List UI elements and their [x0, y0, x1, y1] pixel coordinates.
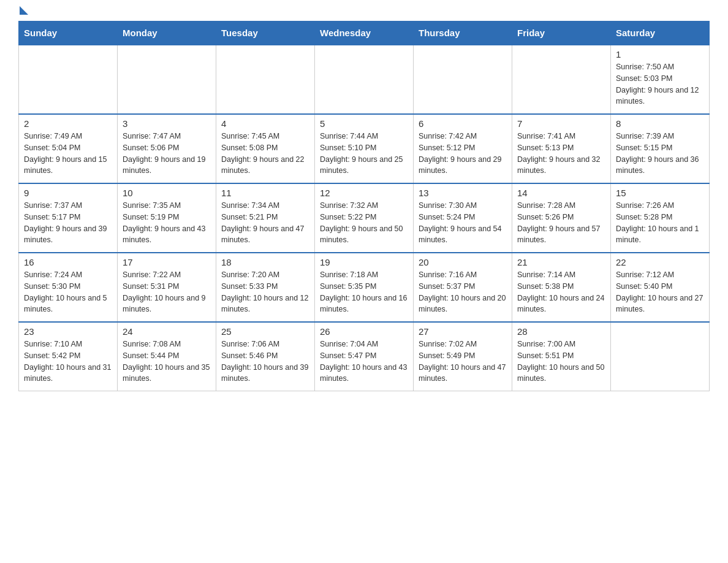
- calendar-cell: 19Sunrise: 7:18 AM Sunset: 5:35 PM Dayli…: [315, 253, 414, 322]
- calendar-cell: 11Sunrise: 7:34 AM Sunset: 5:21 PM Dayli…: [216, 183, 315, 253]
- weekday-header-saturday: Saturday: [611, 21, 710, 45]
- calendar-cell: 28Sunrise: 7:00 AM Sunset: 5:51 PM Dayli…: [512, 322, 611, 391]
- day-number: 8: [616, 118, 704, 129]
- calendar-cell: 26Sunrise: 7:04 AM Sunset: 5:47 PM Dayli…: [315, 322, 414, 391]
- day-number: 25: [221, 326, 309, 337]
- day-info: Sunrise: 7:14 AM Sunset: 5:38 PM Dayligh…: [517, 269, 605, 315]
- logo-triangle-icon: [20, 6, 28, 15]
- day-info: Sunrise: 7:35 AM Sunset: 5:19 PM Dayligh…: [123, 200, 211, 246]
- day-info: Sunrise: 7:45 AM Sunset: 5:08 PM Dayligh…: [221, 131, 309, 177]
- day-info: Sunrise: 7:37 AM Sunset: 5:17 PM Dayligh…: [24, 200, 112, 246]
- weekday-header-monday: Monday: [118, 21, 216, 45]
- day-number: 6: [419, 118, 507, 129]
- day-number: 20: [419, 257, 507, 267]
- day-info: Sunrise: 7:20 AM Sunset: 5:33 PM Dayligh…: [221, 269, 309, 315]
- day-number: 7: [517, 118, 605, 129]
- calendar-cell: [19, 45, 118, 114]
- day-number: 15: [616, 188, 704, 198]
- day-info: Sunrise: 7:49 AM Sunset: 5:04 PM Dayligh…: [24, 131, 112, 177]
- day-number: 17: [123, 257, 211, 267]
- day-number: 9: [24, 188, 112, 198]
- day-number: 28: [517, 326, 605, 337]
- day-number: 12: [320, 188, 408, 198]
- calendar-cell: 24Sunrise: 7:08 AM Sunset: 5:44 PM Dayli…: [118, 322, 216, 391]
- calendar-cell: 13Sunrise: 7:30 AM Sunset: 5:24 PM Dayli…: [414, 183, 512, 253]
- calendar-cell: [512, 45, 611, 114]
- calendar-cell: 25Sunrise: 7:06 AM Sunset: 5:46 PM Dayli…: [216, 322, 315, 391]
- calendar-cell: 1Sunrise: 7:50 AM Sunset: 5:03 PM Daylig…: [611, 45, 710, 114]
- day-info: Sunrise: 7:18 AM Sunset: 5:35 PM Dayligh…: [320, 269, 408, 315]
- calendar-cell: 14Sunrise: 7:28 AM Sunset: 5:26 PM Dayli…: [512, 183, 611, 253]
- calendar-cell: [216, 45, 315, 114]
- weekday-header-sunday: Sunday: [19, 21, 118, 45]
- day-info: Sunrise: 7:02 AM Sunset: 5:49 PM Dayligh…: [419, 339, 507, 385]
- calendar-cell: [118, 45, 216, 114]
- calendar-cell: 23Sunrise: 7:10 AM Sunset: 5:42 PM Dayli…: [19, 322, 118, 391]
- day-number: 1: [616, 49, 704, 59]
- day-number: 27: [419, 326, 507, 337]
- day-info: Sunrise: 7:24 AM Sunset: 5:30 PM Dayligh…: [24, 269, 112, 315]
- day-number: 24: [123, 326, 211, 337]
- day-info: Sunrise: 7:04 AM Sunset: 5:47 PM Dayligh…: [320, 339, 408, 385]
- day-info: Sunrise: 7:30 AM Sunset: 5:24 PM Dayligh…: [419, 200, 507, 246]
- calendar-header: SundayMondayTuesdayWednesdayThursdayFrid…: [19, 21, 710, 45]
- calendar-body: 1Sunrise: 7:50 AM Sunset: 5:03 PM Daylig…: [19, 45, 710, 391]
- calendar-cell: [414, 45, 512, 114]
- day-info: Sunrise: 7:12 AM Sunset: 5:40 PM Dayligh…: [616, 269, 704, 315]
- day-info: Sunrise: 7:50 AM Sunset: 5:03 PM Dayligh…: [616, 61, 704, 107]
- logo: [18, 12, 28, 15]
- day-number: 5: [320, 118, 408, 129]
- calendar-week-row: 2Sunrise: 7:49 AM Sunset: 5:04 PM Daylig…: [19, 114, 710, 183]
- day-number: 23: [24, 326, 112, 337]
- calendar-cell: 7Sunrise: 7:41 AM Sunset: 5:13 PM Daylig…: [512, 114, 611, 183]
- calendar-cell: 22Sunrise: 7:12 AM Sunset: 5:40 PM Dayli…: [611, 253, 710, 322]
- day-number: 11: [221, 188, 309, 198]
- calendar-cell: 6Sunrise: 7:42 AM Sunset: 5:12 PM Daylig…: [414, 114, 512, 183]
- day-number: 21: [517, 257, 605, 267]
- day-info: Sunrise: 7:10 AM Sunset: 5:42 PM Dayligh…: [24, 339, 112, 385]
- day-info: Sunrise: 7:28 AM Sunset: 5:26 PM Dayligh…: [517, 200, 605, 246]
- day-info: Sunrise: 7:22 AM Sunset: 5:31 PM Dayligh…: [123, 269, 211, 315]
- weekday-header-wednesday: Wednesday: [315, 21, 414, 45]
- calendar-cell: 12Sunrise: 7:32 AM Sunset: 5:22 PM Dayli…: [315, 183, 414, 253]
- day-info: Sunrise: 7:08 AM Sunset: 5:44 PM Dayligh…: [123, 339, 211, 385]
- day-number: 22: [616, 257, 704, 267]
- calendar-cell: 21Sunrise: 7:14 AM Sunset: 5:38 PM Dayli…: [512, 253, 611, 322]
- calendar-cell: 16Sunrise: 7:24 AM Sunset: 5:30 PM Dayli…: [19, 253, 118, 322]
- calendar-cell: 10Sunrise: 7:35 AM Sunset: 5:19 PM Dayli…: [118, 183, 216, 253]
- day-number: 18: [221, 257, 309, 267]
- day-number: 10: [123, 188, 211, 198]
- calendar-cell: 18Sunrise: 7:20 AM Sunset: 5:33 PM Dayli…: [216, 253, 315, 322]
- page-header: [18, 12, 710, 15]
- day-info: Sunrise: 7:41 AM Sunset: 5:13 PM Dayligh…: [517, 131, 605, 177]
- day-number: 2: [24, 118, 112, 129]
- day-info: Sunrise: 7:34 AM Sunset: 5:21 PM Dayligh…: [221, 200, 309, 246]
- day-info: Sunrise: 7:47 AM Sunset: 5:06 PM Dayligh…: [123, 131, 211, 177]
- day-info: Sunrise: 7:16 AM Sunset: 5:37 PM Dayligh…: [419, 269, 507, 315]
- day-number: 19: [320, 257, 408, 267]
- day-info: Sunrise: 7:06 AM Sunset: 5:46 PM Dayligh…: [221, 339, 309, 385]
- calendar-week-row: 1Sunrise: 7:50 AM Sunset: 5:03 PM Daylig…: [19, 45, 710, 114]
- weekday-header-thursday: Thursday: [414, 21, 512, 45]
- day-info: Sunrise: 7:42 AM Sunset: 5:12 PM Dayligh…: [419, 131, 507, 177]
- calendar-cell: 3Sunrise: 7:47 AM Sunset: 5:06 PM Daylig…: [118, 114, 216, 183]
- calendar-cell: 8Sunrise: 7:39 AM Sunset: 5:15 PM Daylig…: [611, 114, 710, 183]
- calendar-cell: 5Sunrise: 7:44 AM Sunset: 5:10 PM Daylig…: [315, 114, 414, 183]
- day-number: 14: [517, 188, 605, 198]
- calendar-cell: 2Sunrise: 7:49 AM Sunset: 5:04 PM Daylig…: [19, 114, 118, 183]
- day-info: Sunrise: 7:26 AM Sunset: 5:28 PM Dayligh…: [616, 200, 704, 246]
- weekday-header-tuesday: Tuesday: [216, 21, 315, 45]
- calendar-week-row: 9Sunrise: 7:37 AM Sunset: 5:17 PM Daylig…: [19, 183, 710, 253]
- calendar-week-row: 23Sunrise: 7:10 AM Sunset: 5:42 PM Dayli…: [19, 322, 710, 391]
- day-number: 26: [320, 326, 408, 337]
- weekday-header-friday: Friday: [512, 21, 611, 45]
- calendar-table: SundayMondayTuesdayWednesdayThursdayFrid…: [18, 21, 710, 391]
- calendar-cell: 27Sunrise: 7:02 AM Sunset: 5:49 PM Dayli…: [414, 322, 512, 391]
- calendar-cell: 15Sunrise: 7:26 AM Sunset: 5:28 PM Dayli…: [611, 183, 710, 253]
- calendar-cell: 9Sunrise: 7:37 AM Sunset: 5:17 PM Daylig…: [19, 183, 118, 253]
- calendar-week-row: 16Sunrise: 7:24 AM Sunset: 5:30 PM Dayli…: [19, 253, 710, 322]
- day-info: Sunrise: 7:00 AM Sunset: 5:51 PM Dayligh…: [517, 339, 605, 385]
- day-info: Sunrise: 7:44 AM Sunset: 5:10 PM Dayligh…: [320, 131, 408, 177]
- day-info: Sunrise: 7:32 AM Sunset: 5:22 PM Dayligh…: [320, 200, 408, 246]
- day-number: 13: [419, 188, 507, 198]
